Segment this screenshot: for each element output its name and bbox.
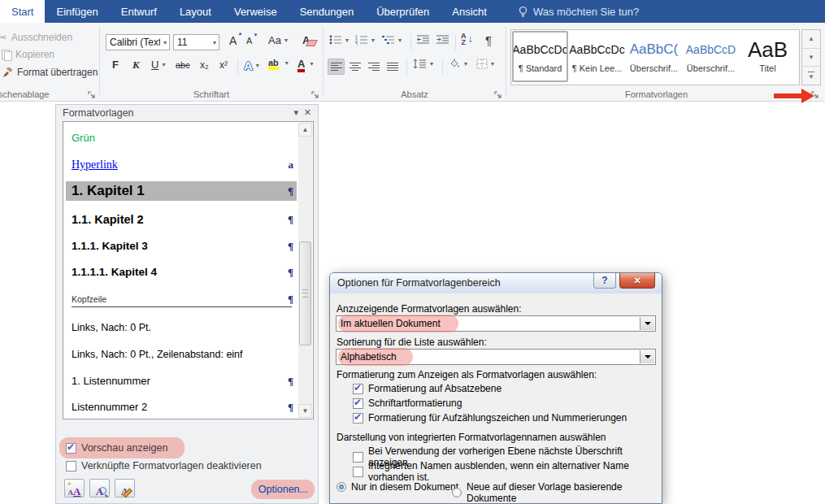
style-inspector-button[interactable]: A: [89, 479, 110, 497]
options-link[interactable]: Optionen...: [258, 484, 308, 495]
font-formatting-checkbox[interactable]: Schriftartformatierung: [353, 398, 462, 409]
increase-indent-button[interactable]: [436, 35, 449, 45]
shading-button[interactable]: ▾: [448, 58, 467, 69]
tab-start[interactable]: Start: [0, 0, 45, 23]
decrease-indent-button[interactable]: [416, 35, 430, 45]
scroll-up-button[interactable]: ▲: [298, 123, 312, 137]
align-center-button[interactable]: [346, 59, 363, 75]
superscript-button[interactable]: x²: [219, 59, 228, 71]
show-preview-checkbox[interactable]: Vorschau anzeigen: [66, 442, 167, 454]
style-item-listennummer2[interactable]: Listennummer 2: [72, 401, 289, 413]
style-titel[interactable]: AaB Titel: [740, 31, 796, 82]
bullet-list-icon: [329, 35, 342, 45]
combo-dropdown-button[interactable]: [640, 350, 654, 363]
strikethrough-button[interactable]: abc: [176, 60, 190, 70]
tell-me-box[interactable]: Was möchten Sie tun?: [510, 0, 647, 23]
paragraph-dialog-launcher-icon[interactable]: [494, 91, 506, 102]
tab-ueberpruefen[interactable]: Überprüfen: [365, 0, 441, 23]
align-right-button[interactable]: [365, 59, 382, 75]
font-dialog-launcher-icon[interactable]: [311, 91, 323, 102]
gallery-scroll-up-button[interactable]: ▲: [802, 30, 820, 49]
style-ueberschrift-1[interactable]: AaBbC( Überschrif...: [626, 31, 682, 82]
clipboard-dialog-launcher-icon[interactable]: [88, 91, 99, 102]
triangle-up-icon: ▲: [808, 35, 814, 42]
only-this-document-label: Nur in diesem Dokument: [351, 481, 458, 493]
paintbrush-icon: [2, 67, 13, 78]
sort-order-combobox[interactable]: Alphabetisch: [336, 349, 656, 365]
tab-entwurf[interactable]: Entwurf: [110, 0, 168, 23]
tab-layout[interactable]: Layout: [168, 0, 223, 23]
tab-sendungen[interactable]: Sendungen: [289, 0, 366, 23]
tab-einfuegen[interactable]: Einfügen: [45, 0, 109, 23]
increase-indent-icon: [436, 35, 449, 45]
bold-button[interactable]: F: [112, 59, 119, 71]
underline-button[interactable]: U▾: [151, 59, 165, 71]
tab-verweise[interactable]: Verweise: [223, 0, 289, 23]
text-effects-glyph: A: [244, 59, 253, 72]
disable-linked-styles-checkbox[interactable]: Verknüpfte Formatvorlagen deaktivieren: [66, 460, 262, 471]
justify-button[interactable]: [384, 59, 401, 75]
grow-font-button[interactable]: A▲: [229, 34, 237, 47]
style-item-kapitel1[interactable]: 1. Kapitel 1: [66, 181, 297, 201]
line-spacing-button[interactable]: ▾: [413, 59, 433, 69]
paragraph-style-marker: ¶: [288, 401, 293, 414]
numbered-list-button[interactable]: 123 ▾: [355, 35, 375, 45]
style-item-hyperlink[interactable]: Hyperlink: [72, 159, 289, 172]
clear-formatting-button[interactable]: A: [302, 34, 310, 46]
new-style-button[interactable]: AA ✦: [64, 479, 85, 497]
pane-menu-chevron-icon[interactable]: ▾: [293, 107, 298, 118]
change-case-button[interactable]: Aa ▾: [268, 34, 288, 46]
new-documents-radio[interactable]: Neue auf dieser Vorlage basierende Dokum…: [452, 481, 662, 504]
tab-ansicht[interactable]: Ansicht: [441, 0, 498, 23]
styles-to-show-combobox[interactable]: Im aktuellen Dokument: [336, 315, 656, 332]
font-size-combobox[interactable]: 11 ▾: [173, 34, 219, 50]
styles-list-scrollbar[interactable]: ▲ ▼: [298, 123, 312, 418]
scroll-down-button[interactable]: ▼: [298, 404, 312, 418]
dialog-help-button[interactable]: ?: [593, 273, 616, 289]
bullet-numbering-formatting-checkbox[interactable]: Formatierung für Aufzählungszeichen und …: [353, 412, 627, 424]
borders-button[interactable]: ▾: [476, 59, 494, 69]
text-effects-button[interactable]: A▾: [244, 59, 259, 72]
font-name-combobox[interactable]: Calibri (Textk ▾: [106, 34, 170, 50]
format-painter-button[interactable]: Format übertragen: [2, 67, 98, 78]
style-item-kapitel2[interactable]: 1.1. Kapitel 2: [72, 213, 289, 226]
text-highlight-button[interactable]: ab ▾: [268, 58, 289, 67]
font-color-button[interactable]: A ▾: [297, 58, 313, 70]
style-kein-leerraum[interactable]: AaBbCcDc ¶ Kein Lee...: [569, 31, 625, 82]
scrollbar-thumb[interactable]: [299, 241, 311, 345]
style-item-links-nach[interactable]: Links, Nach: 0 Pt.: [72, 322, 289, 333]
manage-styles-button[interactable]: A: [115, 479, 135, 497]
style-item-kapitel4[interactable]: 1.1.1.1. Kapitel 4: [72, 266, 289, 278]
style-item-gruen[interactable]: Grün: [72, 132, 289, 144]
show-formatting-marks-button[interactable]: ¶: [485, 33, 492, 47]
shrink-font-button[interactable]: A▼: [246, 36, 252, 46]
paragraph-level-formatting-checkbox[interactable]: Formatierung auf Absatzebene: [353, 383, 502, 394]
hide-builtin-name-checkbox[interactable]: Integrierten Namen ausblenden, wenn ein …: [353, 460, 662, 483]
style-item-kapitel3[interactable]: 1.1.1. Kapitel 3: [72, 240, 289, 252]
italic-button[interactable]: K: [132, 59, 140, 72]
copy-button[interactable]: Kopieren: [2, 49, 54, 60]
style-item-listennummer[interactable]: 1. Listennummer: [72, 375, 289, 387]
subscript-button[interactable]: x₂: [200, 59, 209, 71]
gallery-scroll-down-button[interactable]: ▼: [802, 49, 820, 67]
style-item-kopfzeile[interactable]: Kopfzeile: [72, 294, 292, 307]
cut-button[interactable]: ✂ Ausschneiden: [2, 31, 72, 44]
dialog-close-button[interactable]: ✕: [619, 273, 655, 289]
styles-group-label: Formatvorlagen: [508, 89, 805, 99]
only-this-document-radio[interactable]: Nur in diesem Dokument: [337, 481, 458, 493]
sort-button[interactable]: A Z ↓: [461, 33, 473, 46]
styles-gallery: AaBbCcDc ¶ Standard AaBbCcDc ¶ Kein Lee.…: [510, 29, 800, 85]
style-preview: AaBbCcD: [683, 37, 739, 62]
gallery-scroll-strip: ▲ ▼ ▼: [801, 29, 821, 85]
align-left-button[interactable]: [328, 59, 345, 75]
style-ueberschrift-2[interactable]: AaBbCcD Überschrif...: [683, 31, 739, 82]
style-standard[interactable]: AaBbCcDc ¶ Standard: [512, 31, 568, 82]
gallery-more-button[interactable]: ▼: [802, 67, 820, 85]
bullet-list-button[interactable]: ▾: [329, 35, 349, 45]
magnifier-icon: [99, 487, 106, 494]
style-item-links-nach-zeilenabstand[interactable]: Links, Nach: 0 Pt., Zeilenabstand: einf: [72, 349, 289, 360]
styles-list: Grün Hyperlink a 1. Kapitel 1 ¶ 1.1. Kap…: [63, 121, 314, 419]
multilevel-list-button[interactable]: ▾: [382, 35, 402, 45]
pane-close-icon[interactable]: ✕: [304, 107, 311, 118]
combo-dropdown-button[interactable]: [640, 317, 654, 330]
